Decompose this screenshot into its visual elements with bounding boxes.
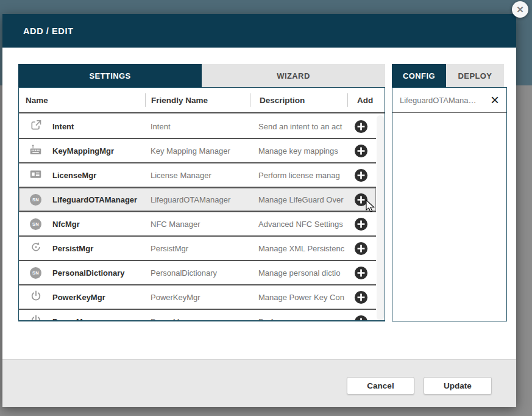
add-edit-dialog: ADD / EDIT SETTINGS WIZARD Name Friendly… [2,14,516,407]
config-panel: LifeguardOTAMana… × [392,87,507,321]
table-row[interactable]: PowerKeyMgr PowerKeyMgr Manage Power Key… [19,285,376,310]
settings-table: Name Friendly Name Description Add Inten… [18,87,385,321]
row-name: PersonalDictionary [52,261,145,284]
dialog-header: ADD / EDIT [2,14,516,48]
add-plus-button[interactable] [354,290,368,304]
power-icon [30,290,42,304]
id-card-icon [29,168,42,183]
table-row[interactable]: SN LifeguardOTAManager LifeguardOTAManag… [19,188,376,212]
remove-config-icon[interactable]: × [489,94,500,106]
dialog-close-button[interactable]: ✕ [512,1,528,18]
column-header-friendly-name: Friendly Name [146,88,250,112]
add-plus-button[interactable] [354,242,368,256]
table-row[interactable]: LicenseMgr License Manager Perform licen… [19,163,376,188]
row-name: PowerKeyMgr [52,285,145,309]
add-plus-button[interactable] [354,193,368,207]
table-header-row: Name Friendly Name Description Add [19,88,385,113]
table-row[interactable]: PersistMgr PersistMgr Manage XML Persist… [19,237,376,261]
row-friendly-name: LifeguardOTAManager [145,188,249,211]
table-row[interactable]: PowerMgr PowerMgr Perform power manage [19,310,376,321]
keyboard-icon [29,143,42,159]
add-plus-button[interactable] [354,217,368,231]
column-header-add: Add [348,88,378,112]
refresh-icon [30,241,42,256]
cancel-button[interactable]: Cancel [347,377,414,395]
table-body: Intent Intent Send an intent to an act K… [19,115,376,321]
row-name: Intent [52,115,145,138]
config-item-label: LifeguardOTAMana… [400,96,489,105]
tab-config[interactable]: CONFIG [392,64,446,87]
column-header-description: Description [250,88,347,112]
tab-settings[interactable]: SETTINGS [18,64,202,87]
add-plus-button[interactable] [354,144,368,158]
table-row[interactable]: SN NfcMgr NFC Manager Advanced NFC Setti… [19,212,376,237]
row-name: LifeguardOTAManager [52,188,145,211]
add-plus-button[interactable] [354,266,368,280]
update-button[interactable]: Update [424,377,492,395]
dialog-title: ADD / EDIT [2,26,74,36]
row-name: LicenseMgr [52,163,145,187]
dialog-footer: Cancel Update [2,359,516,407]
table-row[interactable]: Intent Intent Send an intent to an act [19,115,376,139]
power-icon [30,314,42,321]
tab-deploy[interactable]: DEPLOY [446,64,504,87]
row-friendly-name: PersonalDictionary [145,261,249,284]
sn-badge-icon: SN [30,194,41,206]
add-plus-button[interactable] [354,120,368,134]
table-scrollbar-track[interactable] [377,115,384,320]
row-description: Manage personal dictio [249,261,346,284]
row-friendly-name: PowerMgr [145,310,249,321]
row-name: PersistMgr [52,237,145,260]
row-name: NfcMgr [52,212,145,235]
row-description: Perform power manage [249,310,346,321]
row-friendly-name: NFC Manager [145,212,249,235]
row-description: Manage key mappings [249,139,346,162]
row-description: Manage LifeGuard Over [249,188,346,211]
config-item-list: LifeguardOTAMana… × [392,88,506,113]
add-plus-button[interactable] [354,168,368,182]
config-list-item[interactable]: LifeguardOTAMana… × [392,88,506,113]
row-friendly-name: PowerKeyMgr [145,285,249,309]
row-description: Manage Power Key Con [249,285,346,309]
table-row[interactable]: KeyMappingMgr Key Mapping Manager Manage… [19,139,376,163]
table-row[interactable]: SN PersonalDictionary PersonalDictionary… [19,261,376,285]
row-description: Advanced NFC Settings [249,212,346,235]
row-friendly-name: Intent [145,115,249,138]
add-plus-button[interactable] [354,315,368,322]
row-friendly-name: Key Mapping Manager [145,139,249,162]
config-deploy-tabs: CONFIG DEPLOY [392,64,504,87]
row-description: Perform license manag [249,163,346,187]
row-description: Send an intent to an act [249,115,346,138]
row-name: PowerMgr [52,310,145,321]
settings-wizard-tabs: SETTINGS WIZARD [18,64,385,87]
row-description: Manage XML Persistenc [249,237,346,260]
sn-badge-icon: SN [30,218,41,230]
row-name: KeyMappingMgr [52,139,145,162]
row-friendly-name: License Manager [145,163,249,187]
tab-wizard[interactable]: WIZARD [202,64,385,87]
row-friendly-name: PersistMgr [145,237,249,260]
column-header-name: Name [19,88,145,112]
sn-badge-icon: SN [30,267,41,279]
share-icon [30,119,42,134]
